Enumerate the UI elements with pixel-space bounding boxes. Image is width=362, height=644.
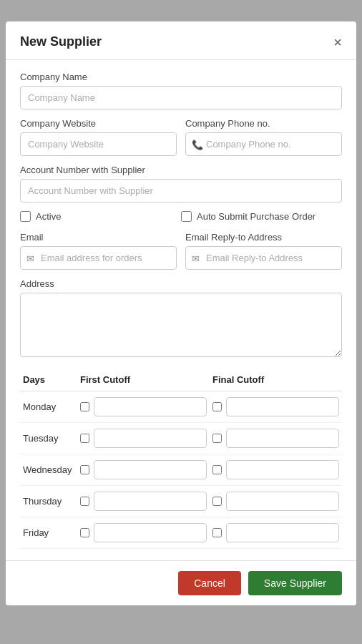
email-input[interactable] [20, 246, 177, 270]
first-cutoff-checkbox-1[interactable] [80, 434, 89, 443]
final-cutoff-cell-2 [210, 454, 342, 486]
modal-footer: Cancel Save Supplier [6, 560, 356, 605]
final-cutoff-cell-3 [210, 486, 342, 517]
table-row: Thursday [20, 486, 342, 517]
account-number-input[interactable] [20, 179, 342, 203]
company-phone-group: Company Phone no. 📞 [185, 118, 342, 156]
email-row: Email ✉ Email Reply-to Address ✉ [20, 232, 342, 278]
final-cutoff-input-0[interactable] [226, 397, 339, 416]
table-row: Wednesday [20, 454, 342, 486]
address-input[interactable] [20, 293, 342, 357]
day-cell-3: Thursday [20, 486, 77, 517]
modal-body: Company Name Company Website Company Pho… [6, 60, 356, 560]
cancel-button[interactable]: Cancel [178, 571, 241, 595]
first-cutoff-input-1[interactable] [94, 429, 207, 448]
col-final: Final Cutoff [210, 369, 342, 391]
auto-submit-checkbox-item: Auto Submit Purchase Order [181, 211, 342, 222]
final-cutoff-cell-4 [210, 517, 342, 549]
first-cutoff-cell-1 [77, 423, 210, 454]
final-cutoff-input-2[interactable] [226, 460, 339, 479]
website-phone-row: Company Website Company Phone no. 📞 [20, 118, 342, 165]
active-label: Active [36, 211, 61, 222]
table-row: Monday [20, 391, 342, 423]
first-cutoff-cell-0 [77, 391, 210, 423]
first-cutoff-input-2[interactable] [94, 460, 207, 479]
first-cutoff-input-4[interactable] [94, 523, 207, 542]
first-cutoff-input-3[interactable] [94, 492, 207, 511]
final-cutoff-input-3[interactable] [226, 492, 339, 511]
first-cutoff-cell-2 [77, 454, 210, 486]
email-label: Email [20, 232, 177, 243]
first-cutoff-checkbox-3[interactable] [80, 497, 89, 506]
final-cutoff-checkbox-3[interactable] [212, 497, 222, 506]
col-days: Days [20, 369, 77, 391]
account-number-label: Account Number with Supplier [20, 165, 342, 175]
active-checkbox[interactable] [20, 211, 31, 222]
email-reply-group: Email Reply-to Address ✉ [185, 232, 342, 270]
email-group: Email ✉ [20, 232, 177, 270]
email-input-wrapper: ✉ [20, 246, 177, 270]
modal-title: New Supplier [20, 34, 102, 49]
cutoff-table: Days First Cutoff Final Cutoff Monday [20, 369, 342, 549]
modal-header: New Supplier × [6, 21, 356, 60]
company-website-input[interactable] [20, 132, 177, 156]
final-cutoff-cell-1 [210, 423, 342, 454]
email-reply-input-wrapper: ✉ [185, 246, 342, 270]
phone-icon: 📞 [192, 139, 203, 150]
final-cutoff-input-1[interactable] [226, 429, 339, 448]
first-cutoff-checkbox-2[interactable] [80, 465, 89, 474]
day-cell-0: Monday [20, 391, 77, 423]
save-supplier-button[interactable]: Save Supplier [248, 571, 342, 595]
final-cutoff-checkbox-1[interactable] [212, 434, 222, 443]
modal-backdrop: New Supplier × Company Name Company Webs… [0, 0, 362, 644]
close-button[interactable]: × [333, 35, 342, 49]
address-label: Address [20, 278, 342, 289]
first-cutoff-cell-4 [77, 517, 210, 549]
table-row: Tuesday [20, 423, 342, 454]
final-cutoff-cell-0 [210, 391, 342, 423]
email-reply-icon: ✉ [192, 253, 200, 263]
auto-submit-checkbox[interactable] [181, 211, 192, 222]
new-supplier-modal: New Supplier × Company Name Company Webs… [6, 21, 356, 605]
company-website-group: Company Website [20, 118, 177, 156]
active-checkbox-item: Active [20, 211, 181, 222]
company-phone-input[interactable] [185, 132, 342, 156]
checkbox-row: Active Auto Submit Purchase Order [20, 211, 342, 222]
final-cutoff-checkbox-4[interactable] [212, 528, 222, 537]
first-cutoff-checkbox-4[interactable] [80, 528, 89, 537]
phone-input-wrapper: 📞 [185, 132, 342, 156]
final-cutoff-checkbox-2[interactable] [212, 465, 222, 474]
email-icon: ✉ [26, 253, 34, 263]
account-number-group: Account Number with Supplier [20, 165, 342, 203]
email-reply-input[interactable] [185, 246, 342, 270]
col-first: First Cutoff [77, 369, 210, 391]
first-cutoff-checkbox-0[interactable] [80, 402, 89, 411]
cutoff-table-section: Days First Cutoff Final Cutoff Monday [20, 369, 342, 549]
company-name-group: Company Name [20, 72, 342, 109]
address-group: Address [20, 278, 342, 360]
auto-submit-label: Auto Submit Purchase Order [197, 211, 315, 222]
final-cutoff-input-4[interactable] [226, 523, 339, 542]
day-cell-2: Wednesday [20, 454, 77, 486]
first-cutoff-cell-3 [77, 486, 210, 517]
table-row: Friday [20, 517, 342, 549]
company-name-input[interactable] [20, 86, 342, 109]
email-reply-label: Email Reply-to Address [185, 232, 342, 243]
company-phone-label: Company Phone no. [185, 118, 342, 129]
day-cell-1: Tuesday [20, 423, 77, 454]
company-name-label: Company Name [20, 72, 342, 82]
final-cutoff-checkbox-0[interactable] [212, 402, 222, 411]
day-cell-4: Friday [20, 517, 77, 549]
first-cutoff-input-0[interactable] [94, 397, 207, 416]
company-website-label: Company Website [20, 118, 177, 129]
